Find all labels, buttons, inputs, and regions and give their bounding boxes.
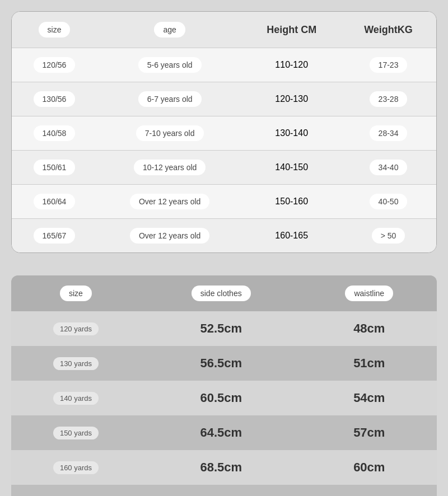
table1-cell-height: 120-130 xyxy=(242,82,340,116)
table2-cell-waistline: 54cm xyxy=(302,381,437,415)
table1-cell-age: Over 12 years old xyxy=(97,219,242,253)
table1-row: 150/61 10-12 years old 140-150 34-40 xyxy=(12,151,436,185)
table1-cell-age: Over 12 years old xyxy=(97,185,242,219)
table1-row: 165/67 Over 12 years old 160-165 > 50 xyxy=(12,219,436,253)
table1-cell-weight: 17-23 xyxy=(340,48,436,82)
table2-col-waistline: waistline xyxy=(302,275,437,311)
table1-row: 120/56 5-6 years old 110-120 17-23 xyxy=(12,48,436,82)
table1-cell-size: 165/67 xyxy=(12,219,97,253)
table2-cell-size: 130 yards xyxy=(11,346,141,381)
table2-cell-side-clothes: 56.5cm xyxy=(141,346,302,381)
table1-cell-height: 160-165 xyxy=(242,219,340,253)
table2-cell-waistline: 51cm xyxy=(302,346,437,381)
table1-cell-weight: 34-40 xyxy=(340,151,436,185)
table1-col-height: Height CM xyxy=(242,12,340,48)
table2-col-size: size xyxy=(11,275,141,311)
table1-cell-weight: 23-28 xyxy=(340,82,436,116)
table1-row: 140/58 7-10 years old 130-140 28-34 xyxy=(12,116,436,151)
table2-cell-side-clothes: 64.5cm xyxy=(141,415,302,450)
table2-cell-side-clothes: 52.5cm xyxy=(141,311,302,346)
table1-cell-size: 130/56 xyxy=(12,82,97,116)
table2-row: 150 yards 64.5cm 57cm xyxy=(11,415,437,450)
table2-cell-size: 120 yards xyxy=(11,311,141,346)
table1-cell-weight: > 50 xyxy=(340,219,436,253)
table2-cell-waistline: 60cm xyxy=(302,450,437,485)
table2-cell-waistline: 63cm xyxy=(302,485,437,496)
table1-row: 130/56 6-7 years old 120-130 23-28 xyxy=(12,82,436,116)
table1-col-weight: WeightKG xyxy=(340,12,436,48)
table2-cell-side-clothes: 60.5cm xyxy=(141,381,302,415)
table2-cell-size: 140 yards xyxy=(11,381,141,415)
table1-cell-age: 7-10 years old xyxy=(97,116,242,151)
table2-cell-waistline: 48cm xyxy=(302,311,437,346)
size-chart-table2: size side clothes waistline 120 yards 52… xyxy=(11,275,437,496)
table2-col-side-clothes: side clothes xyxy=(141,275,302,311)
table1-cell-size: 120/56 xyxy=(12,48,97,82)
table1-row: 160/64 Over 12 years old 150-160 40-50 xyxy=(12,185,436,219)
table1-col-age: age xyxy=(97,12,242,48)
table1-cell-weight: 28-34 xyxy=(340,116,436,151)
size-chart-table1: size age Height CM WeightKG 120/56 5-6 y… xyxy=(11,11,437,253)
table2-cell-waistline: 57cm xyxy=(302,415,437,450)
table1-col-size: size xyxy=(12,12,97,48)
table2-cell-side-clothes: 68.5cm xyxy=(141,450,302,485)
table2-cell-size: 150 yards xyxy=(11,415,141,450)
table2-cell-size: 165 yards xyxy=(11,485,141,496)
table2-cell-side-clothes: 72.5cm xyxy=(141,485,302,496)
table2-row: 130 yards 56.5cm 51cm xyxy=(11,346,437,381)
table1-header-row: size age Height CM WeightKG xyxy=(12,12,436,48)
table2-cell-size: 160 yards xyxy=(11,450,141,485)
table1-cell-weight: 40-50 xyxy=(340,185,436,219)
table2-row: 160 yards 68.5cm 60cm xyxy=(11,450,437,485)
table2-row: 140 yards 60.5cm 54cm xyxy=(11,381,437,415)
table2-header-row: size side clothes waistline xyxy=(11,275,437,311)
table1-cell-height: 140-150 xyxy=(242,151,340,185)
table1-cell-age: 6-7 years old xyxy=(97,82,242,116)
table2-row: 165 yards 72.5cm 63cm xyxy=(11,485,437,496)
table1-cell-age: 5-6 years old xyxy=(97,48,242,82)
table1-cell-height: 130-140 xyxy=(242,116,340,151)
table1-cell-size: 150/61 xyxy=(12,151,97,185)
table2-row: 120 yards 52.5cm 48cm xyxy=(11,311,437,346)
table1-cell-height: 150-160 xyxy=(242,185,340,219)
table1-cell-height: 110-120 xyxy=(242,48,340,82)
table1-cell-size: 160/64 xyxy=(12,185,97,219)
table1-cell-size: 140/58 xyxy=(12,116,97,151)
table1-cell-age: 10-12 years old xyxy=(97,151,242,185)
